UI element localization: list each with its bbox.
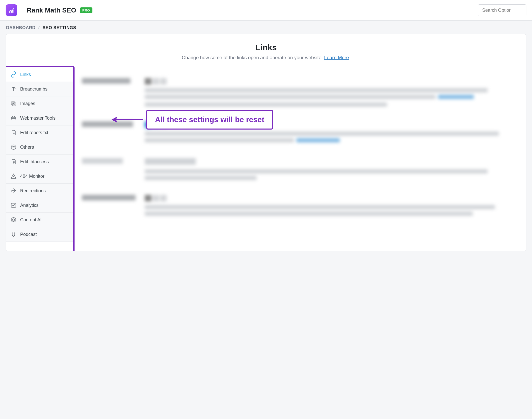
list-icon (10, 144, 17, 150)
page-subtitle: Change how some of the links open and op… (11, 55, 521, 60)
tab-label: Redirections (20, 188, 46, 194)
app-logo (6, 4, 17, 16)
title-wrap: Rank Math SEO PRO (27, 6, 92, 14)
ai-icon (10, 217, 17, 223)
tab-webmaster[interactable]: Webmaster Tools (6, 111, 73, 125)
tab-label: Others (20, 145, 34, 150)
setting-row (73, 115, 526, 152)
tab-label: 404 Monitor (20, 174, 44, 179)
tab-breadcrumbs[interactable]: Breadcrumbs (6, 82, 73, 96)
warning-icon (10, 173, 17, 179)
svg-rect-1 (11, 11, 12, 13)
tab-others[interactable]: Others (6, 140, 73, 155)
divider (22, 3, 22, 17)
file-robot-icon (10, 130, 17, 136)
setting-row (73, 72, 526, 115)
tab-htaccess[interactable]: Edit .htaccess (6, 155, 73, 169)
file-lines-icon (10, 159, 17, 165)
svg-rect-2 (12, 10, 13, 13)
breadcrumb-current: SEO SETTINGS (43, 25, 76, 30)
tab-label: Edit .htaccess (20, 159, 49, 164)
page-title: Links (11, 43, 521, 52)
images-icon (10, 100, 17, 107)
panel-body: LinksBreadcrumbsImagesWebmaster ToolsEdi… (6, 67, 526, 251)
tab-label: Podcast (20, 232, 37, 237)
tab-label: Content AI (20, 217, 42, 223)
tab-monitor[interactable]: 404 Monitor (6, 169, 73, 184)
svg-rect-0 (9, 12, 10, 13)
search-input[interactable] (478, 4, 526, 16)
tab-label: Webmaster Tools (20, 116, 55, 121)
pro-badge: PRO (80, 7, 93, 13)
tab-label: Images (20, 101, 35, 106)
settings-content: All these settings will be reset (73, 67, 526, 251)
links-icon (10, 71, 17, 78)
panel-head: Links Change how some of the links open … (6, 34, 526, 67)
signpost-icon (10, 86, 17, 92)
breadcrumb-sep: / (38, 25, 40, 30)
settings-panel: Links Change how some of the links open … (6, 34, 526, 251)
tab-redirections[interactable]: Redirections (6, 184, 73, 198)
redirect-icon (10, 188, 17, 194)
app-header: Rank Math SEO PRO (0, 0, 532, 21)
tab-links[interactable]: Links (6, 67, 73, 82)
mic-icon (10, 231, 17, 237)
rank-math-logo-icon (8, 7, 15, 14)
tab-label: Edit robots.txt (20, 130, 48, 135)
setting-row (73, 152, 526, 189)
tab-label: Breadcrumbs (20, 86, 47, 92)
tab-label: Analytics (20, 203, 39, 208)
tab-images[interactable]: Images (6, 96, 73, 111)
tab-robots[interactable]: Edit robots.txt (6, 125, 73, 140)
chart-icon (10, 202, 17, 208)
tab-podcast[interactable]: Podcast (6, 227, 73, 242)
tab-label: Links (20, 72, 31, 77)
tab-contentai[interactable]: Content AI (6, 213, 73, 227)
settings-tabs: LinksBreadcrumbsImagesWebmaster ToolsEdi… (6, 67, 73, 242)
app-title: Rank Math SEO (27, 6, 76, 14)
breadcrumb-dashboard[interactable]: DASHBOARD (6, 25, 35, 30)
learn-more-link[interactable]: Learn More (324, 55, 349, 60)
breadcrumb: DASHBOARD / SEO SETTINGS (0, 21, 532, 34)
setting-row (73, 189, 526, 224)
toolbox-icon (10, 115, 17, 121)
tabs-wrap: LinksBreadcrumbsImagesWebmaster ToolsEdi… (6, 67, 73, 251)
tab-analytics[interactable]: Analytics (6, 198, 73, 213)
